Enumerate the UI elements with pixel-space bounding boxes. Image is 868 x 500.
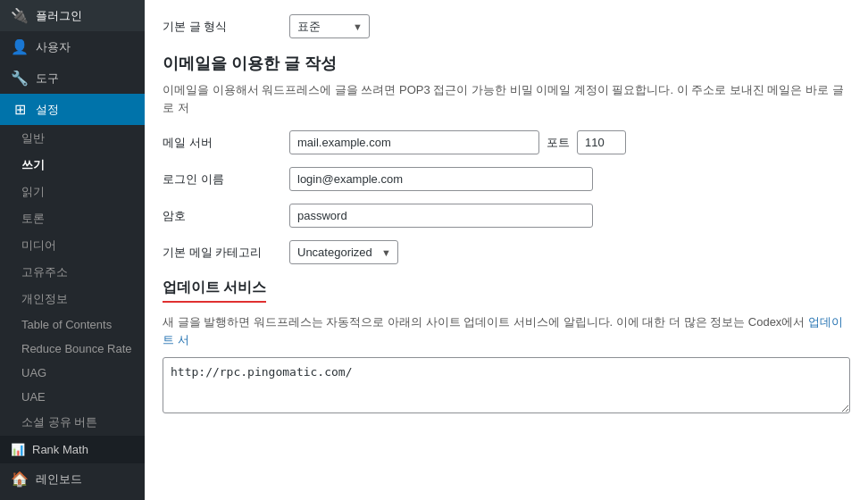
mail-server-input[interactable] xyxy=(289,130,539,154)
sidebar-sub-social-share[interactable]: 소셜 공유 버튼 xyxy=(0,409,145,436)
default-mail-category-label: 기본 메일 카테고리 xyxy=(163,245,279,261)
sidebar-item-settings[interactable]: ⊞ 설정 xyxy=(0,94,145,125)
sidebar-sub-reading[interactable]: 읽기 xyxy=(0,179,145,205)
rank-math-icon: 📊 xyxy=(11,443,25,456)
login-label: 로그인 이름 xyxy=(163,171,279,188)
sidebar-item-dashboard[interactable]: 🏠 레인보드 xyxy=(0,463,145,495)
sidebar-sub-writing[interactable]: 쓰기 xyxy=(0,152,145,179)
sidebar-sub-uae[interactable]: UAE xyxy=(0,385,145,409)
password-row: 암호 xyxy=(163,204,850,228)
sidebar-sub-uag[interactable]: UAG xyxy=(0,361,145,385)
mail-server-row: 메일 서버 포트 xyxy=(163,130,850,154)
users-icon: 👤 xyxy=(11,38,29,55)
dashboard-icon: 🏠 xyxy=(11,471,29,488)
email-section-title: 이메일을 이용한 글 작성 xyxy=(163,53,850,74)
password-input[interactable] xyxy=(289,204,593,228)
sidebar-sub-media[interactable]: 미디어 xyxy=(0,232,145,259)
update-section-desc: 새 글을 발행하면 워드프레스는 자동적으로 아래의 사이트 업데이트 서비스에… xyxy=(163,313,850,348)
main-content: 기본 글 형식 표준 아사이드 이미지 동영상 인용 링크 갤러리 오디오 ▼ … xyxy=(145,0,868,500)
update-section-title: 업데이트 서비스 xyxy=(163,279,850,306)
default-mail-category-select[interactable]: Uncategorized xyxy=(289,240,398,264)
default-post-format-label: 기본 글 형식 xyxy=(163,19,279,35)
sidebar-item-users-label: 사용자 xyxy=(36,39,71,55)
default-mail-category-row: 기본 메일 카테고리 Uncategorized ▼ xyxy=(163,240,850,264)
update-section: 업데이트 서비스 새 글을 발행하면 워드프레스는 자동적으로 아래의 사이트 … xyxy=(163,279,850,416)
sidebar-item-plugins-label: 플러그인 xyxy=(36,8,82,24)
sidebar-item-tools[interactable]: 🔧 도구 xyxy=(0,62,145,94)
login-input[interactable] xyxy=(289,167,593,191)
sidebar-sub-privacy[interactable]: 개인정보 xyxy=(0,286,145,312)
default-post-format-select-wrap: 표준 아사이드 이미지 동영상 인용 링크 갤러리 오디오 ▼ xyxy=(289,14,370,38)
sidebar-sub-toc[interactable]: Table of Contents xyxy=(0,312,145,337)
sidebar-sub-bounce[interactable]: Reduce Bounce Rate xyxy=(0,337,145,361)
mail-server-inputs: 포트 xyxy=(289,130,626,154)
email-section-desc: 이메일을 이용해서 워드프레스에 글을 쓰려면 POP3 접근이 가능한 비밀 … xyxy=(163,81,850,116)
sidebar-sub-general[interactable]: 일반 xyxy=(0,125,145,152)
port-label: 포트 xyxy=(547,135,570,151)
tools-icon: 🔧 xyxy=(11,70,29,87)
sidebar-rank-math-label: Rank Math xyxy=(32,443,88,456)
default-post-format-select[interactable]: 표준 아사이드 이미지 동영상 인용 링크 갤러리 오디오 xyxy=(289,14,370,38)
sidebar-item-users[interactable]: 👤 사용자 xyxy=(0,31,145,62)
sidebar-item-rank-math[interactable]: 📊 Rank Math xyxy=(0,436,145,463)
settings-icon: ⊞ xyxy=(11,101,29,118)
sidebar-item-tools-label: 도구 xyxy=(36,71,59,87)
port-input[interactable] xyxy=(577,130,626,154)
sidebar: 🔌 플러그인 👤 사용자 🔧 도구 ⊞ 설정 일반 쓰기 읽기 토론 미디어 고… xyxy=(0,0,145,500)
mail-server-label: 메일 서버 xyxy=(163,135,279,151)
password-label: 암호 xyxy=(163,208,279,224)
sidebar-item-settings-label: 설정 xyxy=(36,102,59,118)
default-mail-category-select-wrap: Uncategorized ▼ xyxy=(289,240,398,264)
sidebar-sub-permalink[interactable]: 고유주소 xyxy=(0,259,145,286)
login-row: 로그인 이름 xyxy=(163,167,850,191)
update-service-textarea[interactable]: http://rpc.pingomatic.com/ xyxy=(163,357,850,413)
plugins-icon: 🔌 xyxy=(11,7,29,24)
sidebar-item-dashboard-label: 레인보드 xyxy=(36,471,82,488)
sidebar-item-plugins[interactable]: 🔌 플러그인 xyxy=(0,0,145,31)
default-post-format-row: 기본 글 형식 표준 아사이드 이미지 동영상 인용 링크 갤러리 오디오 ▼ xyxy=(163,14,850,38)
sidebar-sub-discussion[interactable]: 토론 xyxy=(0,205,145,232)
